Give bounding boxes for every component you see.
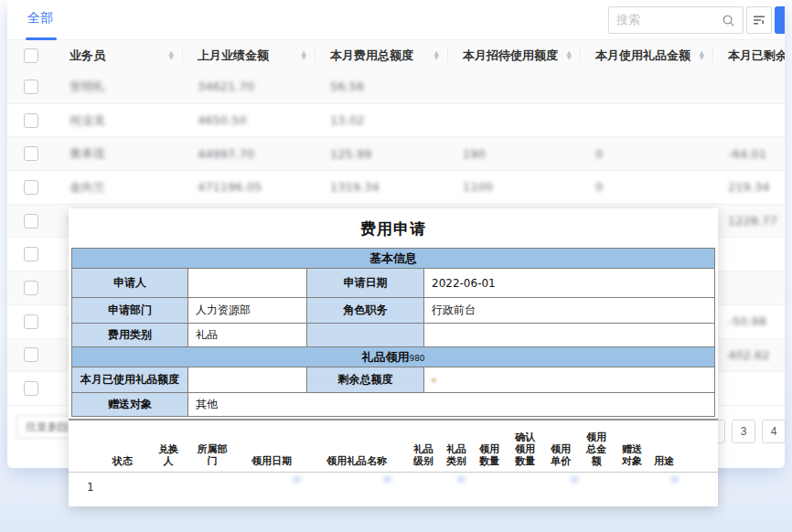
blurred-mark xyxy=(293,476,301,483)
table-cell: 13.02 xyxy=(316,113,448,127)
field-value[interactable] xyxy=(424,367,715,393)
column-header-label: 本月已剩余 xyxy=(728,48,785,64)
column-header-label: 本月费用总额度 xyxy=(330,48,413,64)
row-checkbox[interactable] xyxy=(24,347,38,362)
column-header-3[interactable]: 本月费用总额度▲▼ xyxy=(316,40,448,70)
table-cell: 0 xyxy=(581,180,713,194)
row-checkbox-cell xyxy=(7,80,55,94)
form-row: 赠送对象其他 xyxy=(72,393,715,417)
gift-column-header: 领用总金额 xyxy=(577,431,615,467)
field-label: 申请人 xyxy=(72,269,188,298)
page-button-4[interactable]: 4 xyxy=(762,420,786,443)
gift-column-header: 领用礼品名称 xyxy=(306,455,407,467)
column-header-6[interactable]: 本月已剩余▲▼ xyxy=(713,40,785,70)
field-value[interactable] xyxy=(424,324,715,347)
row-checkbox[interactable] xyxy=(24,314,38,329)
field-label: 赠送对象 xyxy=(72,393,188,417)
primary-action-button-clipped[interactable] xyxy=(775,6,785,34)
tab-all[interactable]: 全部 xyxy=(27,10,53,27)
form-row: 申请部门人力资源部角色职务行政前台 xyxy=(72,298,715,324)
table-row: 何业克4650.5013.02 xyxy=(7,104,785,138)
section-band-suffix: 980 xyxy=(409,354,424,363)
field-value[interactable]: 2022-06-01 xyxy=(424,269,715,298)
gift-column-header: 领用数量 xyxy=(473,443,506,467)
blurred-mark xyxy=(432,378,436,382)
row-checkbox-cell xyxy=(7,214,55,229)
table-row: 黄本连44997.70125.991900-64.01 xyxy=(7,137,785,171)
gift-column-header: 领用日期 xyxy=(237,455,306,467)
field-label: 本月已使用礼品额度 xyxy=(72,367,188,393)
sort-icon[interactable]: ▲▼ xyxy=(302,51,306,60)
sort-icon[interactable]: ▲▼ xyxy=(700,51,704,60)
field-value[interactable]: 其他 xyxy=(188,393,715,417)
field-value[interactable]: 行政前台 xyxy=(424,298,715,324)
search-input[interactable]: 搜索 xyxy=(608,6,744,34)
field-label xyxy=(307,324,424,347)
column-header-5[interactable]: 本月使用礼品金额▲▼ xyxy=(581,40,713,70)
table-cell: 0 xyxy=(581,147,713,161)
gift-table-header: 状态兑换人所属部门领用日期领用礼品名称礼品级别礼品类别领用数量确认领用数量领用单… xyxy=(69,420,718,473)
table-cell: -50.98 xyxy=(713,314,785,328)
page-button-3[interactable]: 3 xyxy=(732,420,755,443)
row-checkbox[interactable] xyxy=(24,214,38,229)
sort-icon[interactable]: ▲▼ xyxy=(567,51,572,60)
table-row: 安明礼34621.7056.56 xyxy=(7,70,785,104)
column-header-2[interactable]: 上月业绩金额▲▼ xyxy=(183,40,316,70)
sort-icon[interactable]: ▲▼ xyxy=(434,51,439,60)
gift-column-header: 确认领用数量 xyxy=(506,431,544,467)
section-band: 基本信息 xyxy=(72,249,715,269)
table-cell: 219.34 xyxy=(713,180,785,194)
blurred-mark xyxy=(457,476,466,483)
table-cell: 1100 xyxy=(448,180,581,194)
row-checkbox-cell xyxy=(7,180,55,195)
row-checkbox-cell xyxy=(7,314,55,329)
gift-column-header: 礼品级别 xyxy=(407,443,440,467)
header-select-all-cell xyxy=(7,48,55,63)
toolbar: 全部 搜索 xyxy=(7,0,785,40)
table-cell: 黄本连 xyxy=(55,145,183,162)
tab-active-underline xyxy=(26,37,57,40)
row-checkbox[interactable] xyxy=(24,247,38,261)
gift-column-header: 兑换人 xyxy=(149,443,187,467)
table-cell: -64.01 xyxy=(713,147,785,161)
column-header-label: 本月招待使用额度 xyxy=(463,48,558,64)
table-cell: 4650.50 xyxy=(183,113,316,127)
filter-button[interactable] xyxy=(746,6,772,34)
field-label: 角色职务 xyxy=(307,298,424,324)
form-row: 费用类别礼品 xyxy=(72,324,715,347)
row-checkbox[interactable] xyxy=(24,113,38,128)
row-checkbox-cell xyxy=(7,281,55,295)
column-header-label: 业务员 xyxy=(70,48,105,64)
gift-usage-table: 状态兑换人所属部门领用日期领用礼品名称礼品级别礼品类别领用数量确认领用数量领用单… xyxy=(69,419,718,511)
table-cell: 金向兰 xyxy=(55,179,183,196)
field-value[interactable]: 人力资源部 xyxy=(188,298,307,324)
select-all-checkbox[interactable] xyxy=(24,48,38,63)
row-checkbox-cell xyxy=(7,347,55,362)
field-label: 费用类别 xyxy=(72,324,188,347)
table-cell: 471196.05 xyxy=(183,180,316,194)
row-checkbox[interactable] xyxy=(24,80,38,94)
gift-column-header: 用途 xyxy=(648,455,680,467)
column-header-label: 本月使用礼品金额 xyxy=(595,48,690,64)
table-cell: 1228.77 xyxy=(713,214,785,228)
table-cell: 1319.34 xyxy=(316,180,448,194)
field-value[interactable]: 礼品 xyxy=(188,324,307,347)
field-label: 申请日期 xyxy=(307,269,424,298)
gift-table-body: 1 xyxy=(69,473,718,511)
field-value[interactable] xyxy=(188,269,307,298)
sort-icon[interactable]: ▲▼ xyxy=(169,51,174,60)
table-cell: 190 xyxy=(448,147,581,161)
field-value[interactable] xyxy=(188,367,307,393)
row-checkbox[interactable] xyxy=(24,146,38,161)
blurred-mark xyxy=(571,476,579,483)
column-header-4[interactable]: 本月招待使用额度▲▼ xyxy=(448,40,581,70)
modal-form-table: 基本信息申请人申请日期2022-06-01申请部门人力资源部角色职务行政前台费用… xyxy=(71,248,715,417)
table-cell: 56.56 xyxy=(316,80,448,93)
column-header-1[interactable]: 业务员▲▼ xyxy=(55,40,183,70)
row-checkbox[interactable] xyxy=(24,180,38,195)
row-checkbox[interactable] xyxy=(24,281,38,295)
row-checkbox[interactable] xyxy=(24,381,38,396)
search-icon[interactable] xyxy=(722,14,735,27)
gift-column-header: 状态 xyxy=(96,455,149,467)
gift-column-header: 礼品类别 xyxy=(440,443,473,467)
